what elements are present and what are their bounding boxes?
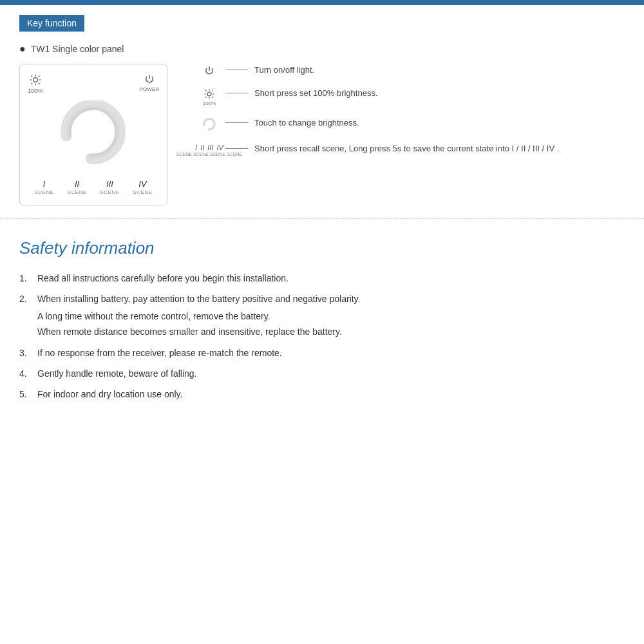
svg-line-7 (31, 83, 32, 84)
svg-line-5 (31, 76, 32, 77)
desc-scene-line: Short press recall scene, Long press 5s … (225, 142, 625, 155)
scene-item-2: II SCENE (67, 179, 86, 195)
panel-row: 100% POWER (19, 64, 625, 205)
key-function-header: Key function (19, 15, 84, 32)
safety-item-1-content: Read all instructions carefully before y… (37, 271, 625, 285)
tw1-text: TW1 Single color panel (31, 44, 124, 54)
svg-point-10 (207, 92, 211, 96)
scene-row: I SCENE II SCENE III SCENE IV SCENE (28, 179, 159, 195)
remote-dial-area (28, 100, 159, 171)
scene-item-1: I SCENE (34, 179, 53, 195)
safety-item-2: When installing battery, pay attention t… (19, 292, 625, 339)
safety-item-2-sub1: A long time without the remote control, … (37, 309, 625, 323)
safety-item-5-main: For indoor and dry location use only. (37, 389, 182, 399)
safety-item-3: If no response from the receiver, please… (19, 346, 625, 360)
safety-item-4: Gently handle remote, beware of falling. (19, 366, 625, 381)
safety-item-4-main: Gently handle remote, beware of falling. (37, 368, 196, 379)
dash-line (225, 70, 248, 70)
desc-power: Turn on/off light. (193, 64, 625, 77)
desc-power-line: Turn on/off light. (225, 64, 625, 77)
safety-item-2-content: When installing battery, pay attention t… (37, 292, 625, 339)
brightness-desc-icon: 100% (193, 87, 225, 106)
tw1-label: ● TW1 Single color panel (19, 43, 625, 55)
safety-list: Read all instructions carefully before y… (19, 271, 625, 402)
dash-line-3 (225, 122, 248, 123)
safety-item-2-sub2: When remote distance becomes smaller and… (37, 325, 625, 339)
dash-line-2 (225, 93, 248, 93)
safety-item-3-main: If no response from the receiver, please… (37, 348, 282, 358)
desc-brightness: 100% Short press set 100% brightness. (193, 87, 625, 106)
brightness-pct: 100% (28, 88, 43, 94)
scene-item-3: III SCENE (100, 179, 119, 195)
remote-power-icon: POWER (140, 73, 159, 92)
safety-item-5: For indoor and dry location use only. (19, 387, 625, 401)
descriptions: Turn on/off light. (193, 64, 625, 167)
svg-line-17 (205, 97, 207, 98)
desc-dial: Touch to change brightness. (193, 117, 625, 132)
desc-dial-line: Touch to change brightness. (225, 117, 625, 129)
dashed-divider (0, 218, 644, 219)
safety-item-4-content: Gently handle remote, beware of falling. (37, 366, 625, 381)
svg-line-8 (38, 76, 39, 77)
safety-item-1: Read all instructions carefully before y… (19, 271, 625, 285)
svg-point-0 (33, 78, 37, 82)
remote-top-row: 100% POWER (28, 73, 159, 94)
safety-section: Safety information Read all instructions… (0, 238, 644, 434)
desc-brightness-line: Short press set 100% brightness. (225, 87, 625, 100)
svg-line-18 (212, 90, 213, 91)
safety-item-1-main: Read all instructions carefully before y… (37, 273, 289, 283)
safety-title: Safety information (19, 238, 625, 258)
safety-item-2-main: When installing battery, pay attention t… (37, 294, 360, 304)
svg-line-16 (212, 97, 213, 98)
safety-item-5-content: For indoor and dry location use only. (37, 387, 625, 401)
scene-desc-icon: I II III IV SCENE SCENE SCENE SCENE (193, 142, 225, 156)
power-desc-icon (193, 64, 225, 77)
dial-desc-icon (193, 117, 225, 132)
dash-line-4 (225, 148, 248, 149)
desc-power-text: Turn on/off light. (254, 64, 314, 77)
desc-dial-text: Touch to change brightness. (254, 117, 359, 129)
scene-item-4: IV SCENE (133, 179, 152, 195)
desc-scene-text: Short press recall scene, Long press 5s … (254, 142, 559, 155)
dial (58, 100, 129, 171)
svg-line-6 (38, 83, 39, 84)
top-bar (0, 0, 644, 5)
safety-item-3-content: If no response from the receiver, please… (37, 346, 625, 360)
svg-line-15 (205, 90, 207, 91)
bullet: ● (19, 43, 26, 55)
desc-scene: I II III IV SCENE SCENE SCENE SCENE Shor… (193, 142, 625, 156)
remote-panel: 100% POWER (19, 64, 167, 205)
power-label: POWER (140, 86, 159, 92)
svg-point-9 (78, 120, 109, 151)
key-function-section: Key function ● TW1 Single color panel (0, 5, 644, 205)
svg-point-19 (206, 122, 213, 128)
remote-sun-icon: 100% (28, 73, 43, 94)
desc-brightness-text: Short press set 100% brightness. (254, 87, 378, 100)
